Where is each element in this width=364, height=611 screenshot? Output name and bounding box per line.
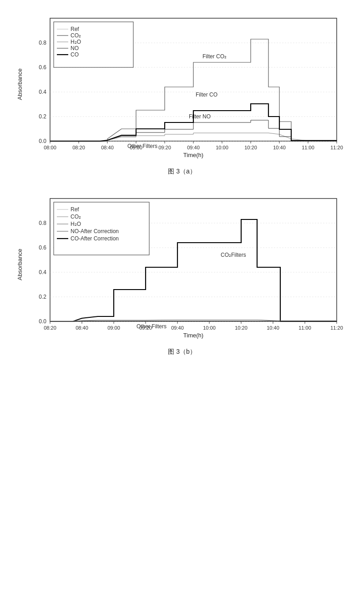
svg-text:10:20: 10:20 [244,145,257,150]
svg-text:Other Filters: Other Filters [136,323,167,330]
svg-text:11:20: 11:20 [330,145,343,150]
svg-text:09:40: 09:40 [171,325,184,331]
svg-text:CO₂: CO₂ [71,214,81,220]
svg-text:10:00: 10:00 [203,325,216,331]
svg-text:Absorbance: Absorbance [16,249,23,280]
svg-text:10:20: 10:20 [235,325,248,331]
svg-text:09:20: 09:20 [158,145,171,150]
svg-text:0.2: 0.2 [39,294,46,300]
chart1-container: 0.0 0.2 0.4 0.6 0.8 Absorbance 08:00 08:… [14,9,350,176]
svg-text:Absorbance: Absorbance [16,68,23,100]
svg-text:08:40: 08:40 [76,325,88,331]
svg-text:H₂O: H₂O [71,39,81,45]
svg-text:11:20: 11:20 [330,325,343,331]
svg-text:CO₂: CO₂ [71,32,81,39]
svg-text:09:00: 09:00 [107,325,120,331]
svg-text:Time(h): Time(h) [183,332,203,339]
svg-text:Time(h): Time(h) [183,152,203,158]
svg-text:11:00: 11:00 [302,145,314,150]
svg-text:0.4: 0.4 [39,89,46,95]
svg-text:0.6: 0.6 [39,64,46,71]
svg-text:09:40: 09:40 [187,145,200,150]
svg-text:0.4: 0.4 [39,269,46,275]
svg-text:Ref: Ref [71,206,79,213]
svg-text:08:00: 08:00 [44,145,56,150]
chart1-area: 0.0 0.2 0.4 0.6 0.8 Absorbance 08:00 08:… [14,9,350,164]
svg-text:0.0: 0.0 [39,318,46,325]
chart2-title: 图 3（b） [14,348,350,356]
chart1-svg: 0.0 0.2 0.4 0.6 0.8 Absorbance 08:00 08:… [14,9,350,164]
svg-text:0.0: 0.0 [39,138,46,144]
svg-text:10:00: 10:00 [216,145,228,150]
svg-text:08:20: 08:20 [72,145,85,150]
svg-text:11:00: 11:00 [298,325,311,331]
svg-text:CO₂Filters: CO₂Filters [221,252,246,258]
svg-text:Filter NO: Filter NO [189,113,211,120]
chart2-svg: 0.0 0.2 0.4 0.6 0.8 Absorbance 08:20 08:… [14,189,350,344]
svg-text:Filter CO₂: Filter CO₂ [202,53,227,60]
svg-text:Ref: Ref [71,26,79,32]
svg-text:10:40: 10:40 [267,325,279,331]
svg-text:0.2: 0.2 [39,113,46,120]
svg-text:Filter CO: Filter CO [196,92,217,98]
svg-text:NO-After Correction: NO-After Correction [71,228,119,234]
svg-text:Other Filters: Other Filters [127,143,157,149]
svg-text:0.8: 0.8 [39,40,46,46]
svg-text:0.8: 0.8 [39,220,46,226]
chart1-title: 图 3（a） [14,168,350,176]
svg-text:CO: CO [71,51,79,58]
chart2-container: 0.0 0.2 0.4 0.6 0.8 Absorbance 08:20 08:… [14,189,350,356]
svg-text:0.6: 0.6 [39,244,46,251]
svg-text:10:40: 10:40 [273,145,286,150]
svg-text:H₂O: H₂O [71,221,81,227]
page: 0.0 0.2 0.4 0.6 0.8 Absorbance 08:00 08:… [0,0,364,365]
svg-text:08:40: 08:40 [101,145,114,150]
svg-text:NO: NO [71,45,79,51]
svg-text:08:20: 08:20 [44,325,56,331]
svg-text:CO-After Correction: CO-After Correction [71,235,119,242]
svg-rect-35 [54,22,133,67]
chart2-area: 0.0 0.2 0.4 0.6 0.8 Absorbance 08:20 08:… [14,189,350,344]
